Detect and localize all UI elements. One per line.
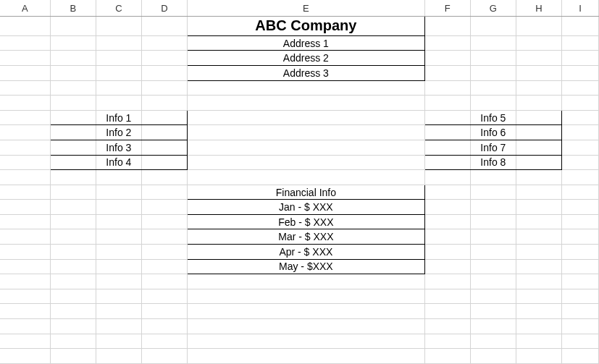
cell[interactable] (96, 245, 141, 260)
cell[interactable] (96, 319, 141, 334)
cell[interactable] (0, 289, 50, 304)
cell[interactable] (50, 185, 96, 200)
cell[interactable] (96, 80, 141, 96)
cell[interactable] (0, 229, 50, 245)
cell[interactable] (141, 349, 187, 364)
cell[interactable] (516, 349, 561, 364)
left-info-cell[interactable] (141, 140, 187, 155)
cell[interactable] (516, 65, 561, 80)
left-info-cell[interactable]: Info 2 (96, 125, 141, 140)
cell[interactable] (96, 17, 141, 36)
cell[interactable] (470, 259, 516, 274)
cell[interactable] (562, 319, 599, 334)
financial-row[interactable]: May - $XXX (187, 259, 424, 274)
cell[interactable] (562, 96, 599, 111)
cell[interactable] (424, 259, 470, 274)
cell[interactable] (187, 349, 424, 364)
left-info-cell[interactable]: Info 1 (96, 110, 141, 125)
cell[interactable] (96, 35, 141, 51)
cell[interactable] (187, 170, 424, 185)
cell[interactable] (141, 229, 187, 245)
cell[interactable] (141, 259, 187, 274)
cell[interactable] (50, 51, 96, 66)
left-info-cell[interactable] (50, 155, 96, 170)
col-header-G[interactable]: G (470, 0, 516, 17)
right-info-cell[interactable] (516, 110, 561, 125)
cell[interactable] (141, 334, 187, 349)
cell[interactable] (470, 274, 516, 289)
cell[interactable] (96, 289, 141, 304)
right-info-cell[interactable] (516, 140, 561, 155)
cell[interactable] (141, 96, 187, 111)
cell[interactable] (562, 51, 599, 66)
cell[interactable] (424, 274, 470, 289)
cell[interactable] (141, 289, 187, 304)
spreadsheet-grid[interactable]: A B C D E F G H I ABC Company Address 1 (0, 0, 599, 364)
cell[interactable] (141, 304, 187, 319)
cell[interactable] (187, 334, 424, 349)
cell[interactable] (470, 334, 516, 349)
cell[interactable] (96, 65, 141, 80)
cell[interactable] (50, 349, 96, 364)
financial-heading[interactable]: Financial Info (187, 185, 424, 200)
cell[interactable] (0, 214, 50, 229)
financial-row[interactable]: Feb - $ XXX (187, 214, 424, 229)
left-info-cell[interactable] (141, 155, 187, 170)
address-line[interactable]: Address 3 (187, 65, 424, 80)
cell[interactable] (516, 304, 561, 319)
cell[interactable] (0, 170, 50, 185)
col-header-H[interactable]: H (516, 0, 561, 17)
cell[interactable] (96, 200, 141, 215)
cell[interactable] (424, 65, 470, 80)
cell[interactable] (516, 274, 561, 289)
right-info-cell[interactable]: Info 6 (470, 125, 516, 140)
cell[interactable] (50, 245, 96, 260)
right-info-cell[interactable] (424, 140, 470, 155)
left-info-cell[interactable] (50, 125, 96, 140)
cell[interactable] (50, 259, 96, 274)
cell[interactable] (562, 274, 599, 289)
cell[interactable] (141, 319, 187, 334)
cell[interactable] (470, 304, 516, 319)
cell[interactable] (187, 80, 424, 96)
cell[interactable] (50, 319, 96, 334)
cell[interactable] (0, 349, 50, 364)
left-info-cell[interactable]: Info 3 (96, 140, 141, 155)
col-header-I[interactable]: I (562, 0, 599, 17)
right-info-cell[interactable] (516, 155, 561, 170)
left-info-cell[interactable] (141, 110, 187, 125)
cell[interactable] (141, 170, 187, 185)
cell[interactable] (516, 319, 561, 334)
cell[interactable] (96, 259, 141, 274)
cell[interactable] (187, 125, 424, 140)
cell[interactable] (562, 80, 599, 96)
cell[interactable] (562, 140, 599, 155)
cell[interactable] (141, 17, 187, 36)
cell[interactable] (141, 185, 187, 200)
cell[interactable] (470, 185, 516, 200)
cell[interactable] (424, 319, 470, 334)
cell[interactable] (96, 51, 141, 66)
cell[interactable] (470, 35, 516, 51)
cell[interactable] (424, 51, 470, 66)
cell[interactable] (50, 304, 96, 319)
cell[interactable] (0, 259, 50, 274)
cell[interactable] (50, 17, 96, 36)
col-header-D[interactable]: D (141, 0, 187, 17)
cell[interactable] (96, 170, 141, 185)
col-header-C[interactable]: C (96, 0, 141, 17)
cell[interactable] (50, 65, 96, 80)
cell[interactable] (562, 200, 599, 215)
cell[interactable] (562, 229, 599, 245)
cell[interactable] (516, 200, 561, 215)
cell[interactable] (424, 304, 470, 319)
cell[interactable] (470, 349, 516, 364)
company-title[interactable]: ABC Company (187, 17, 424, 36)
cell[interactable] (562, 125, 599, 140)
cell[interactable] (96, 304, 141, 319)
left-info-cell[interactable] (141, 125, 187, 140)
cell[interactable] (424, 17, 470, 36)
cell[interactable] (0, 140, 50, 155)
cell[interactable] (141, 51, 187, 66)
cell[interactable] (516, 229, 561, 245)
